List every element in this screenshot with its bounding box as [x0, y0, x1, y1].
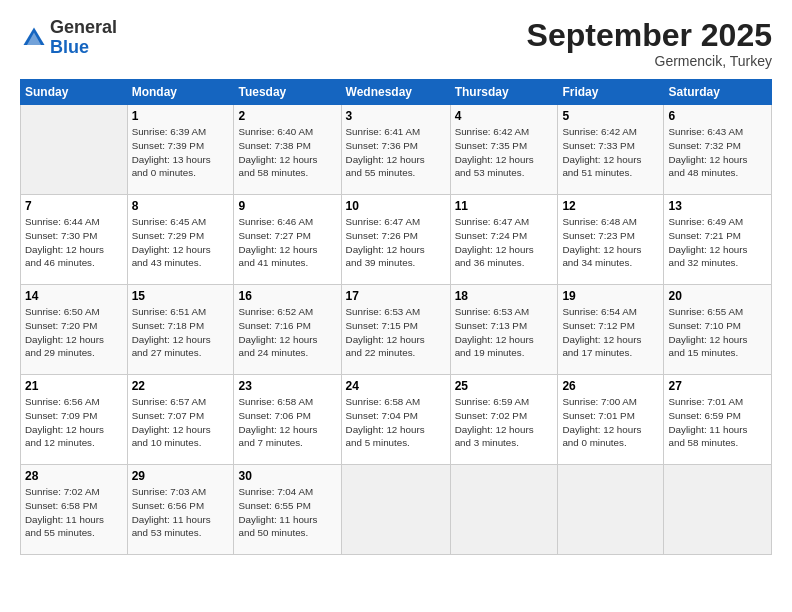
location: Germencik, Turkey — [527, 53, 772, 69]
calendar-header-cell: Sunday — [21, 80, 128, 105]
calendar-cell: 23Sunrise: 6:58 AMSunset: 7:06 PMDayligh… — [234, 375, 341, 465]
day-info: Sunrise: 6:40 AMSunset: 7:38 PMDaylight:… — [238, 125, 336, 180]
day-info: Sunrise: 6:41 AMSunset: 7:36 PMDaylight:… — [346, 125, 446, 180]
day-number: 2 — [238, 109, 336, 123]
day-info: Sunrise: 6:46 AMSunset: 7:27 PMDaylight:… — [238, 215, 336, 270]
calendar-header-cell: Thursday — [450, 80, 558, 105]
calendar-header-cell: Tuesday — [234, 80, 341, 105]
calendar-cell: 9Sunrise: 6:46 AMSunset: 7:27 PMDaylight… — [234, 195, 341, 285]
calendar-cell: 25Sunrise: 6:59 AMSunset: 7:02 PMDayligh… — [450, 375, 558, 465]
day-info: Sunrise: 6:39 AMSunset: 7:39 PMDaylight:… — [132, 125, 230, 180]
calendar-cell: 30Sunrise: 7:04 AMSunset: 6:55 PMDayligh… — [234, 465, 341, 555]
day-info: Sunrise: 6:42 AMSunset: 7:33 PMDaylight:… — [562, 125, 659, 180]
calendar-cell: 21Sunrise: 6:56 AMSunset: 7:09 PMDayligh… — [21, 375, 128, 465]
day-info: Sunrise: 6:58 AMSunset: 7:06 PMDaylight:… — [238, 395, 336, 450]
calendar-cell — [341, 465, 450, 555]
calendar-week-row: 14Sunrise: 6:50 AMSunset: 7:20 PMDayligh… — [21, 285, 772, 375]
day-number: 13 — [668, 199, 767, 213]
day-number: 16 — [238, 289, 336, 303]
day-info: Sunrise: 6:55 AMSunset: 7:10 PMDaylight:… — [668, 305, 767, 360]
calendar-cell — [558, 465, 664, 555]
calendar-header-cell: Friday — [558, 80, 664, 105]
day-info: Sunrise: 6:45 AMSunset: 7:29 PMDaylight:… — [132, 215, 230, 270]
calendar-table: SundayMondayTuesdayWednesdayThursdayFrid… — [20, 79, 772, 555]
day-number: 14 — [25, 289, 123, 303]
calendar-cell: 18Sunrise: 6:53 AMSunset: 7:13 PMDayligh… — [450, 285, 558, 375]
day-info: Sunrise: 7:03 AMSunset: 6:56 PMDaylight:… — [132, 485, 230, 540]
calendar-body: 1Sunrise: 6:39 AMSunset: 7:39 PMDaylight… — [21, 105, 772, 555]
calendar-cell: 2Sunrise: 6:40 AMSunset: 7:38 PMDaylight… — [234, 105, 341, 195]
day-number: 7 — [25, 199, 123, 213]
calendar-cell: 12Sunrise: 6:48 AMSunset: 7:23 PMDayligh… — [558, 195, 664, 285]
day-info: Sunrise: 6:43 AMSunset: 7:32 PMDaylight:… — [668, 125, 767, 180]
day-number: 22 — [132, 379, 230, 393]
header: General Blue September 2025 Germencik, T… — [20, 18, 772, 69]
calendar-cell: 19Sunrise: 6:54 AMSunset: 7:12 PMDayligh… — [558, 285, 664, 375]
day-number: 8 — [132, 199, 230, 213]
day-number: 21 — [25, 379, 123, 393]
day-number: 28 — [25, 469, 123, 483]
calendar-cell: 16Sunrise: 6:52 AMSunset: 7:16 PMDayligh… — [234, 285, 341, 375]
day-info: Sunrise: 6:48 AMSunset: 7:23 PMDaylight:… — [562, 215, 659, 270]
calendar-cell: 22Sunrise: 6:57 AMSunset: 7:07 PMDayligh… — [127, 375, 234, 465]
day-number: 4 — [455, 109, 554, 123]
day-number: 27 — [668, 379, 767, 393]
day-number: 29 — [132, 469, 230, 483]
day-info: Sunrise: 6:58 AMSunset: 7:04 PMDaylight:… — [346, 395, 446, 450]
logo-text: General Blue — [50, 18, 117, 58]
day-number: 26 — [562, 379, 659, 393]
logo: General Blue — [20, 18, 117, 58]
day-info: Sunrise: 7:01 AMSunset: 6:59 PMDaylight:… — [668, 395, 767, 450]
day-info: Sunrise: 6:57 AMSunset: 7:07 PMDaylight:… — [132, 395, 230, 450]
day-number: 18 — [455, 289, 554, 303]
calendar-header-row: SundayMondayTuesdayWednesdayThursdayFrid… — [21, 80, 772, 105]
calendar-cell: 13Sunrise: 6:49 AMSunset: 7:21 PMDayligh… — [664, 195, 772, 285]
calendar-cell: 1Sunrise: 6:39 AMSunset: 7:39 PMDaylight… — [127, 105, 234, 195]
calendar-cell — [450, 465, 558, 555]
calendar-cell: 7Sunrise: 6:44 AMSunset: 7:30 PMDaylight… — [21, 195, 128, 285]
calendar-week-row: 1Sunrise: 6:39 AMSunset: 7:39 PMDaylight… — [21, 105, 772, 195]
day-number: 17 — [346, 289, 446, 303]
day-info: Sunrise: 6:47 AMSunset: 7:24 PMDaylight:… — [455, 215, 554, 270]
calendar-cell — [664, 465, 772, 555]
day-number: 23 — [238, 379, 336, 393]
day-info: Sunrise: 6:59 AMSunset: 7:02 PMDaylight:… — [455, 395, 554, 450]
logo-icon — [20, 24, 48, 52]
title-block: September 2025 Germencik, Turkey — [527, 18, 772, 69]
day-number: 19 — [562, 289, 659, 303]
day-number: 9 — [238, 199, 336, 213]
day-info: Sunrise: 6:47 AMSunset: 7:26 PMDaylight:… — [346, 215, 446, 270]
calendar-cell: 5Sunrise: 6:42 AMSunset: 7:33 PMDaylight… — [558, 105, 664, 195]
day-info: Sunrise: 6:51 AMSunset: 7:18 PMDaylight:… — [132, 305, 230, 360]
calendar-cell: 17Sunrise: 6:53 AMSunset: 7:15 PMDayligh… — [341, 285, 450, 375]
calendar-cell — [21, 105, 128, 195]
day-number: 11 — [455, 199, 554, 213]
day-number: 20 — [668, 289, 767, 303]
day-info: Sunrise: 6:49 AMSunset: 7:21 PMDaylight:… — [668, 215, 767, 270]
day-info: Sunrise: 6:54 AMSunset: 7:12 PMDaylight:… — [562, 305, 659, 360]
day-info: Sunrise: 7:04 AMSunset: 6:55 PMDaylight:… — [238, 485, 336, 540]
calendar-header-cell: Wednesday — [341, 80, 450, 105]
day-info: Sunrise: 6:44 AMSunset: 7:30 PMDaylight:… — [25, 215, 123, 270]
calendar-cell: 15Sunrise: 6:51 AMSunset: 7:18 PMDayligh… — [127, 285, 234, 375]
day-number: 3 — [346, 109, 446, 123]
calendar-cell: 3Sunrise: 6:41 AMSunset: 7:36 PMDaylight… — [341, 105, 450, 195]
day-number: 15 — [132, 289, 230, 303]
calendar-cell: 8Sunrise: 6:45 AMSunset: 7:29 PMDaylight… — [127, 195, 234, 285]
calendar-cell: 24Sunrise: 6:58 AMSunset: 7:04 PMDayligh… — [341, 375, 450, 465]
day-number: 24 — [346, 379, 446, 393]
day-number: 10 — [346, 199, 446, 213]
calendar-cell: 28Sunrise: 7:02 AMSunset: 6:58 PMDayligh… — [21, 465, 128, 555]
calendar-cell: 29Sunrise: 7:03 AMSunset: 6:56 PMDayligh… — [127, 465, 234, 555]
month-title: September 2025 — [527, 18, 772, 53]
day-info: Sunrise: 6:50 AMSunset: 7:20 PMDaylight:… — [25, 305, 123, 360]
calendar-cell: 11Sunrise: 6:47 AMSunset: 7:24 PMDayligh… — [450, 195, 558, 285]
calendar-cell: 20Sunrise: 6:55 AMSunset: 7:10 PMDayligh… — [664, 285, 772, 375]
calendar-header-cell: Monday — [127, 80, 234, 105]
day-number: 30 — [238, 469, 336, 483]
day-info: Sunrise: 6:53 AMSunset: 7:15 PMDaylight:… — [346, 305, 446, 360]
calendar-week-row: 7Sunrise: 6:44 AMSunset: 7:30 PMDaylight… — [21, 195, 772, 285]
day-info: Sunrise: 6:56 AMSunset: 7:09 PMDaylight:… — [25, 395, 123, 450]
calendar-header-cell: Saturday — [664, 80, 772, 105]
day-info: Sunrise: 6:42 AMSunset: 7:35 PMDaylight:… — [455, 125, 554, 180]
